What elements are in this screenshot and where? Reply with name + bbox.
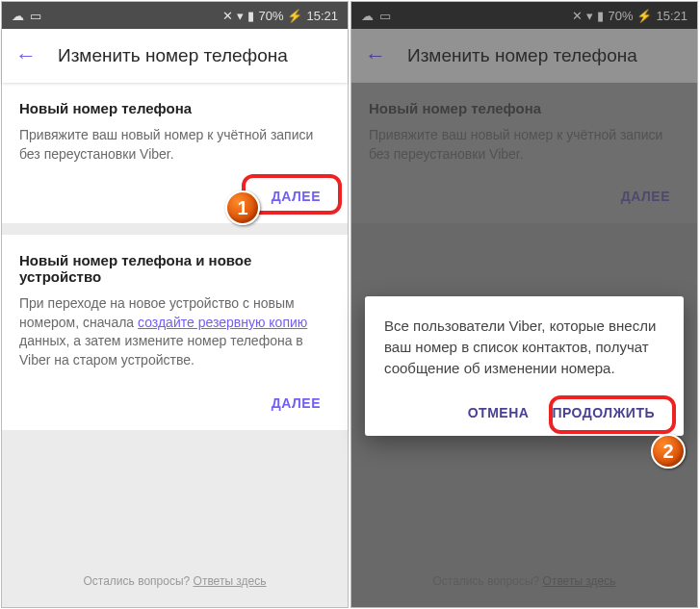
content-area: Новый номер телефона Привяжите ваш новый…	[2, 83, 348, 607]
charging-icon: ⚡	[636, 9, 652, 23]
charging-icon: ⚡	[287, 9, 302, 23]
cloud-icon: ☁	[12, 9, 24, 23]
backup-link[interactable]: создайте резервную копию	[138, 315, 307, 330]
card2-desc: При переходе на новое устройство с новым…	[19, 294, 330, 369]
next-button-card2[interactable]: ДАЛЕЕ	[262, 388, 330, 419]
next-button-card1[interactable]: ДАЛЕЕ	[262, 181, 330, 212]
cloud-icon: ☁	[361, 9, 374, 23]
card-new-number: Новый номер телефона Привяжите ваш новый…	[2, 83, 348, 223]
app-bar-title: Изменить номер телефона	[58, 45, 288, 66]
card-new-device: Новый номер телефона и новое устройство …	[2, 235, 348, 429]
continue-button[interactable]: ПРОДОЛЖИТЬ	[542, 397, 664, 428]
battery-label: 70%	[258, 9, 283, 23]
footer-answers-link[interactable]: Ответы здесь	[194, 574, 267, 588]
status-bar: ☁ ▭ ✕ ▾ ▮ 70% ⚡ 15:21	[2, 2, 348, 29]
confirm-dialog: Все пользователи Viber, которые внесли в…	[365, 296, 684, 436]
image-icon: ▭	[379, 9, 391, 23]
wifi-icon: ▾	[237, 9, 244, 23]
card1-title: Новый номер телефона	[19, 100, 330, 116]
clock-label: 15:21	[306, 9, 338, 23]
vibrate-icon: ✕	[572, 9, 583, 23]
vibrate-icon: ✕	[222, 9, 233, 23]
dialog-text: Все пользователи Viber, которые внесли в…	[384, 316, 664, 378]
cancel-button[interactable]: ОТМЕНА	[458, 397, 539, 428]
content-area: Новый номер телефона Привяжите ваш новый…	[351, 83, 697, 607]
card2-title: Новый номер телефона и новое устройство	[19, 252, 330, 285]
phone-screenshot-right: ☁ ▭ ✕ ▾ ▮ 70% ⚡ 15:21 ← Изменить номер т…	[350, 1, 698, 608]
card1-desc: Привяжите ваш новый номер к учётной запи…	[19, 126, 330, 164]
signal-icon: ▮	[247, 9, 254, 23]
signal-icon: ▮	[597, 9, 604, 23]
back-arrow-icon[interactable]: ←	[365, 43, 386, 68]
back-arrow-icon[interactable]: ←	[15, 43, 37, 68]
app-bar: ← Изменить номер телефона	[351, 29, 697, 83]
annotation-badge-2: 2	[651, 434, 686, 469]
app-bar-title: Изменить номер телефона	[407, 45, 637, 66]
footer: Остались вопросы? Ответы здесь	[2, 561, 348, 607]
battery-label: 70%	[608, 9, 633, 23]
status-bar: ☁ ▭ ✕ ▾ ▮ 70% ⚡ 15:21	[351, 2, 697, 29]
footer-question: Остались вопросы?	[83, 574, 193, 588]
phone-screenshot-left: ☁ ▭ ✕ ▾ ▮ 70% ⚡ 15:21 ← Изменить номер т…	[1, 1, 349, 608]
annotation-badge-1: 1	[225, 190, 260, 225]
image-icon: ▭	[30, 9, 41, 23]
app-bar: ← Изменить номер телефона	[2, 29, 348, 83]
wifi-icon: ▾	[586, 9, 593, 23]
clock-label: 15:21	[656, 9, 687, 23]
